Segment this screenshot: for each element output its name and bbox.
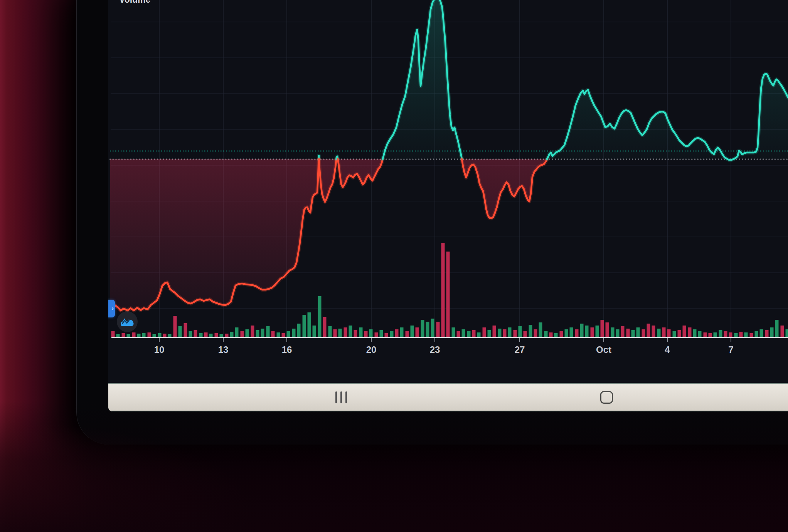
tablet-device: 101316202327Oct47 0.0...002622 · (-0.99%… — [76, 0, 788, 445]
side-panel-toggle[interactable]: › — [108, 300, 115, 317]
x-axis-label: Oct — [596, 344, 611, 355]
back-button[interactable] — [780, 384, 788, 411]
watermark-badge — [117, 311, 138, 332]
tablet-screen: 101316202327Oct47 0.0...002622 · (-0.99%… — [108, 0, 788, 411]
x-axis-label: 16 — [282, 344, 292, 355]
system-navbar — [108, 383, 788, 411]
wall-shadow — [0, 401, 788, 532]
recents-button[interactable] — [326, 384, 357, 411]
home-icon — [600, 391, 613, 404]
photo-scene: 101316202327Oct47 0.0...002622 · (-0.99%… — [0, 0, 788, 532]
price-volume-chart[interactable]: 101316202327Oct47 — [108, 0, 788, 361]
x-axis-label: 7 — [728, 344, 733, 355]
x-axis-label: 27 — [515, 344, 525, 355]
recents-icon — [335, 391, 337, 403]
chart-header: 0.0...002622 · (-0.99%) Volume — [119, 0, 223, 5]
x-axis-label: 13 — [218, 344, 229, 355]
x-axis-label: 10 — [154, 344, 165, 355]
mountain-chart-icon — [120, 316, 134, 327]
indicator-label: Volume — [119, 0, 223, 5]
x-axis-label: 4 — [665, 344, 670, 355]
chevron-right-icon: › — [112, 305, 114, 312]
home-button[interactable] — [591, 384, 622, 411]
x-axis-label: 23 — [430, 344, 440, 355]
x-axis-label: 20 — [366, 344, 377, 355]
